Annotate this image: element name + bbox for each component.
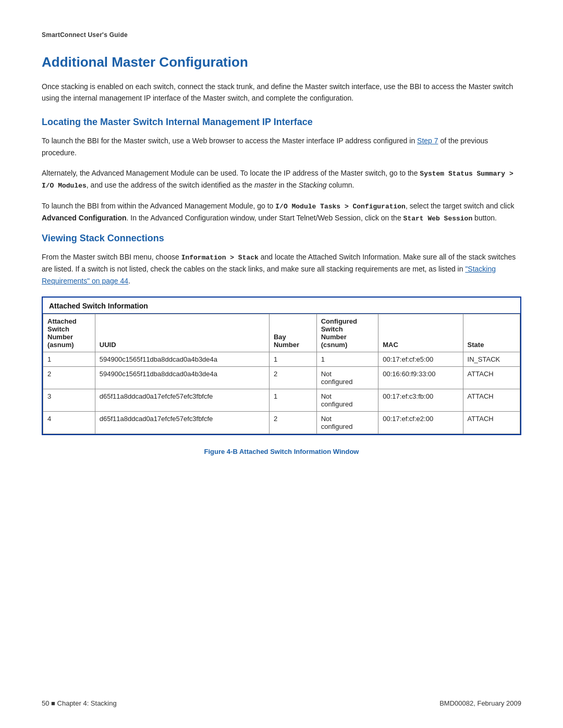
cell-mac: 00:17:ef:cf:e5:00 xyxy=(378,352,463,367)
col-header-uuid: UUID xyxy=(95,314,269,352)
table-row: 3d65f11a8ddcad0a17efcfe57efc3fbfcfe1Notc… xyxy=(43,389,520,412)
cell-bay_number: 2 xyxy=(269,412,316,434)
table-row: 4d65f11a8ddcad0a17efcfe57efc3fbfcfe2Notc… xyxy=(43,412,520,434)
cell-csnum: Notconfigured xyxy=(316,389,378,412)
cell-csnum: Notconfigured xyxy=(316,367,378,389)
col-header-asnum: AttachedSwitchNumber(asnum) xyxy=(43,314,95,352)
attached-switch-table-wrapper: Attached Switch Information AttachedSwit… xyxy=(42,297,521,435)
table-body: 1594900c1565f11dba8ddcad0a4b3de4a1100:17… xyxy=(43,352,520,434)
step7-link[interactable]: Step 7 xyxy=(417,137,438,145)
cell-bay_number: 1 xyxy=(269,389,316,412)
cell-asnum: 1 xyxy=(43,352,95,367)
col-header-csnum: ConfiguredSwitchNumber(csnum) xyxy=(316,314,378,352)
cell-bay_number: 1 xyxy=(269,352,316,367)
para-launch-bbi: To launch the BBI from within the Advanc… xyxy=(42,200,521,225)
col-header-state: State xyxy=(463,314,520,352)
footer-left: 50 ■ Chapter 4: Stacking xyxy=(42,699,117,707)
footer-bar: 50 ■ Chapter 4: Stacking BMD00082, Febru… xyxy=(42,699,521,707)
cell-mac: 00:17:ef:cf:e2:00 xyxy=(378,412,463,434)
cell-state: ATTACH xyxy=(463,367,520,389)
cell-state: ATTACH xyxy=(463,412,520,434)
cell-csnum: 1 xyxy=(316,352,378,367)
cell-uuid: d65f11a8ddcad0a17efcfe57efc3fbfcfe xyxy=(95,389,269,412)
table-header-row: AttachedSwitchNumber(asnum) UUID BayNumb… xyxy=(43,314,520,352)
col-header-bay: BayNumber xyxy=(269,314,316,352)
page-container: SmartConnect User's Guide Additional Mas… xyxy=(0,0,563,728)
table-title-row: Attached Switch Information xyxy=(43,298,520,314)
section-heading-viewing: Viewing Stack Connections xyxy=(42,233,521,244)
cell-state: IN_STACK xyxy=(463,352,520,367)
footer-right: BMD00082, February 2009 xyxy=(439,699,521,707)
section-heading-locating: Locating the Master Switch Internal Mana… xyxy=(42,117,521,128)
cell-uuid: d65f11a8ddcad0a17efcfe57efc3fbfcfe xyxy=(95,412,269,434)
cell-uuid: 594900c1565f11dba8ddcad0a4b3de4a xyxy=(95,367,269,389)
cell-mac: 00:17:ef:c3:fb:00 xyxy=(378,389,463,412)
cell-asnum: 3 xyxy=(43,389,95,412)
cell-mac: 00:16:60:f9:33:00 xyxy=(378,367,463,389)
cell-state: ATTACH xyxy=(463,389,520,412)
cell-csnum: Notconfigured xyxy=(316,412,378,434)
stacking-req-link[interactable]: "Stacking Requirements" on page 44 xyxy=(42,265,496,285)
table-row: 2594900c1565f11dba8ddcad0a4b3de4a2Notcon… xyxy=(43,367,520,389)
table-row: 1594900c1565f11dba8ddcad0a4b3de4a1100:17… xyxy=(43,352,520,367)
cell-uuid: 594900c1565f11dba8ddcad0a4b3de4a xyxy=(95,352,269,367)
table-title: Attached Switch Information xyxy=(49,302,148,310)
page-title: Additional Master Configuration xyxy=(42,54,521,70)
guide-title: SmartConnect User's Guide xyxy=(42,31,521,39)
cell-bay_number: 2 xyxy=(269,367,316,389)
figure-caption: Figure 4-B Attached Switch Information W… xyxy=(42,448,521,455)
intro-paragraph: Once stacking is enabled on each switch,… xyxy=(42,81,521,104)
cell-asnum: 4 xyxy=(43,412,95,434)
col-header-mac: MAC xyxy=(378,314,463,352)
cell-asnum: 2 xyxy=(43,367,95,389)
para-alternate: Alternately, the Advanced Management Mod… xyxy=(42,167,521,192)
attached-switch-table: AttachedSwitchNumber(asnum) UUID BayNumb… xyxy=(43,314,520,434)
para-viewing: From the Master switch BBI menu, choose … xyxy=(42,251,521,288)
para-bbi-launch: To launch the BBI for the Master switch,… xyxy=(42,135,521,159)
